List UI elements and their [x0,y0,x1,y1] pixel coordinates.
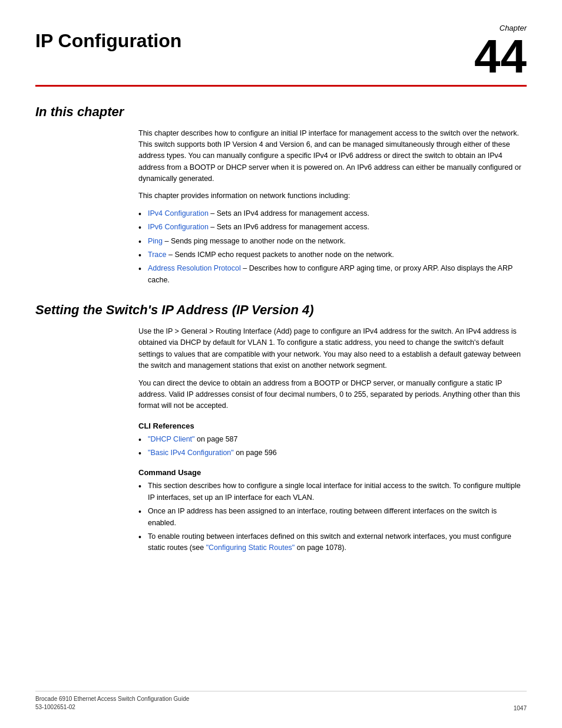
chapter-title-area: IP Configuration [35,24,474,52]
basic-ipv4-link[interactable]: "Basic IPv4 Configuration" [148,449,234,457]
static-routes-link[interactable]: "Configuring Static Routes" [206,543,295,552]
cli-bullet-1-text: on page 587 [195,435,238,443]
chapter-bullets: IPv4 Configuration – Sets an IPv4 addres… [138,208,527,286]
intro-para-2: This chapter provides information on net… [138,190,527,202]
footer-doc-number: 53-1002651-02 [35,703,189,711]
setting-ip-section: Setting the Switch's IP Address (IP Vers… [35,302,527,554]
bullet-text-1: – Sets an IPv4 address for management ac… [209,209,369,218]
page-title: IP Configuration [35,29,474,52]
list-item: "DHCP Client" on page 587 [138,434,527,445]
page: IP Configuration Chapter 44 In this chap… [0,0,562,728]
ipv6-config-link[interactable]: IPv6 Configuration [148,223,209,231]
list-item: IPv6 Configuration – Sets an IPv6 addres… [138,222,527,233]
in-this-chapter-body: This chapter describes how to configure … [138,128,527,286]
list-item: IPv4 Configuration – Sets an IPv4 addres… [138,208,527,219]
ping-link[interactable]: Ping [148,237,163,245]
bullet-text-3: – Sends ping message to another node on … [163,237,346,245]
command-usage-heading: Command Usage [138,468,527,477]
setting-ip-para-1: Use the IP > General > Routing Interface… [138,326,527,372]
footer-page-number: 1047 [514,705,527,711]
list-item: "Basic IPv4 Configuration" on page 596 [138,447,527,459]
footer: Brocade 6910 Ethernet Access Switch Conf… [35,691,527,711]
cli-references-heading: CLI References [138,421,527,430]
intro-para-1: This chapter describes how to configure … [138,128,527,185]
list-item: Trace – Sends ICMP echo request packets … [138,249,527,261]
list-item: This section describes how to configure … [138,480,527,503]
setting-ip-body: Use the IP > General > Routing Interface… [138,326,527,554]
bullet-text-2: – Sets an IPv6 address for management ac… [209,223,369,231]
command-usage-list: This section describes how to configure … [138,480,527,554]
arp-link[interactable]: Address Resolution Protocol [148,264,241,272]
in-this-chapter-section: In this chapter This chapter describes h… [35,104,527,286]
setting-ip-heading: Setting the Switch's IP Address (IP Vers… [35,302,527,318]
trace-link[interactable]: Trace [148,251,167,259]
list-item: Ping – Sends ping message to another nod… [138,236,527,247]
chapter-right: Chapter 44 [474,24,527,80]
cli-references-list: "DHCP Client" on page 587 "Basic IPv4 Co… [138,434,527,459]
setting-ip-para-2: You can direct the device to obtain an a… [138,378,527,412]
list-item: Once an IP address has been assigned to … [138,506,527,529]
chapter-number: 44 [474,33,527,80]
cli-bullet-2-text: on page 596 [234,449,277,457]
footer-book-title: Brocade 6910 Ethernet Access Switch Conf… [35,695,189,703]
red-rule [35,85,527,87]
list-item: Address Resolution Protocol – Describes … [138,263,527,286]
chapter-header: IP Configuration Chapter 44 [35,24,527,80]
bullet-text-4: – Sends ICMP echo request packets to ano… [167,251,394,259]
dhcp-client-link[interactable]: "DHCP Client" [148,435,195,443]
list-item: To enable routing between interfaces def… [138,531,527,554]
footer-left: Brocade 6910 Ethernet Access Switch Conf… [35,695,189,711]
in-this-chapter-heading: In this chapter [35,104,527,120]
ipv4-config-link[interactable]: IPv4 Configuration [148,209,209,218]
